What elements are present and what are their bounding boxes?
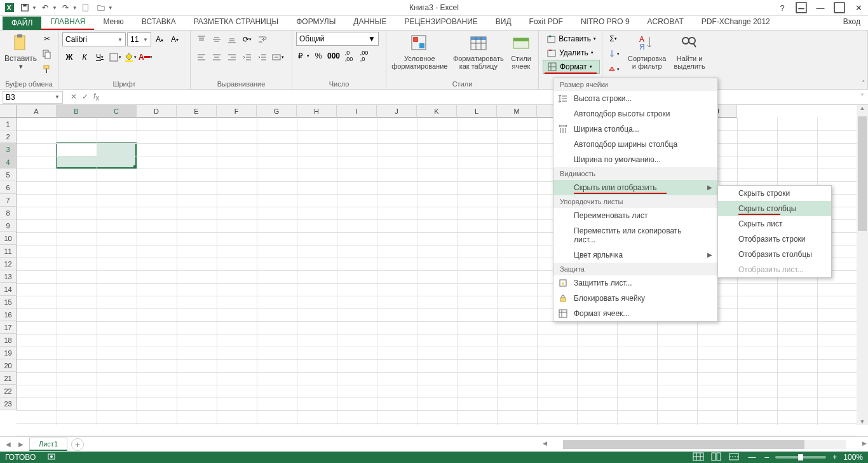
- clear-icon[interactable]: ▾: [606, 62, 620, 76]
- align-left-icon[interactable]: [194, 50, 208, 64]
- underline-button[interactable]: Ч ▾: [93, 50, 107, 64]
- autosum-icon[interactable]: Σ ▾: [606, 32, 620, 46]
- align-top-icon[interactable]: [194, 32, 208, 46]
- row-header[interactable]: 15: [0, 296, 17, 308]
- excel-icon[interactable]: X: [3, 1, 17, 15]
- row-header[interactable]: 6: [0, 181, 17, 194]
- menu-column-width[interactable]: Ширина столбца...: [553, 121, 717, 137]
- name-box[interactable]: B3▼: [3, 91, 63, 104]
- help-icon[interactable]: ?: [775, 1, 789, 15]
- row-header[interactable]: 17: [0, 321, 17, 334]
- menu-hide-unhide[interactable]: Скрыть или отобразить▶: [553, 180, 717, 195]
- sheet-prev-icon[interactable]: ◀: [3, 439, 14, 450]
- format-cells-button[interactable]: Формат ▾: [543, 60, 600, 74]
- row-header[interactable]: 14: [0, 283, 17, 296]
- italic-button[interactable]: К: [78, 50, 92, 64]
- redo-icon[interactable]: ↷: [58, 1, 72, 15]
- orientation-icon[interactable]: ⟳▾: [240, 32, 254, 46]
- zoom-slider[interactable]: [775, 456, 826, 459]
- menu-row-height[interactable]: Высота строки...: [553, 91, 717, 106]
- column-header[interactable]: E: [177, 105, 217, 118]
- menu-autofit-column-width[interactable]: Автоподбор ширины столбца: [553, 137, 717, 152]
- merge-button[interactable]: ▾: [271, 50, 285, 64]
- font-color-button[interactable]: A▾: [139, 50, 153, 64]
- column-header[interactable]: H: [297, 105, 337, 118]
- menu-rename-sheet[interactable]: Переименовать лист: [553, 208, 717, 223]
- align-middle-icon[interactable]: [210, 32, 224, 46]
- collapse-ribbon-icon[interactable]: ˄: [862, 79, 865, 88]
- number-format-combo[interactable]: Общий▼: [296, 32, 379, 46]
- row-header[interactable]: 21: [0, 372, 17, 385]
- maximize-icon[interactable]: [832, 1, 846, 15]
- align-center-icon[interactable]: [210, 50, 224, 64]
- column-header[interactable]: D: [137, 105, 177, 118]
- menu-unhide-columns[interactable]: Отобразить столбцы: [718, 247, 831, 262]
- tab-view[interactable]: ВИД: [487, 15, 520, 30]
- column-header[interactable]: K: [417, 105, 457, 118]
- tab-nitro[interactable]: NITRO PRO 9: [572, 15, 639, 30]
- column-header[interactable]: F: [217, 105, 257, 118]
- row-header[interactable]: 9: [0, 219, 17, 232]
- align-right-icon[interactable]: [225, 50, 239, 64]
- open-icon[interactable]: [94, 1, 108, 15]
- menu-tab-color[interactable]: Цвет ярлычка▶: [553, 247, 717, 263]
- font-size-combo[interactable]: 11▼: [127, 32, 151, 46]
- cancel-formula-icon[interactable]: ✕: [71, 92, 77, 101]
- bold-button[interactable]: Ж: [62, 50, 76, 64]
- save-dropdown-icon[interactable]: ▼: [32, 5, 37, 11]
- view-normal-icon[interactable]: [693, 452, 704, 463]
- close-icon[interactable]: ✕: [851, 1, 865, 15]
- menu-protect-sheet[interactable]: Защитить лист...: [553, 275, 717, 291]
- redo-dropdown-icon[interactable]: ▼: [72, 5, 78, 11]
- tab-menu[interactable]: Меню: [94, 15, 132, 30]
- menu-hide-columns[interactable]: Скрыть столбцы: [718, 201, 831, 216]
- formula-input[interactable]: [104, 91, 857, 104]
- copy-icon[interactable]: [40, 47, 54, 61]
- add-sheet-button[interactable]: +: [71, 438, 84, 451]
- tab-acrobat[interactable]: ACROBAT: [639, 15, 693, 30]
- decrease-font-icon[interactable]: A▾: [168, 32, 182, 46]
- menu-default-width[interactable]: Ширина по умолчанию...: [553, 152, 717, 167]
- row-header[interactable]: 3: [0, 143, 17, 156]
- cut-icon[interactable]: ✂: [40, 32, 54, 46]
- column-header[interactable]: J: [377, 105, 417, 118]
- zoom-slider-thumb[interactable]: [798, 454, 803, 460]
- column-header[interactable]: M: [497, 105, 537, 118]
- conditional-formatting-button[interactable]: Условное форматирование: [390, 32, 449, 71]
- tab-foxit[interactable]: Foxit PDF: [520, 15, 572, 30]
- row-header[interactable]: 1: [0, 118, 17, 130]
- tab-page-layout[interactable]: РАЗМЕТКА СТРАНИЦЫ: [185, 15, 288, 30]
- tab-pdfxchange[interactable]: PDF-XChange 2012: [693, 15, 779, 30]
- fill-icon[interactable]: ▾: [606, 47, 620, 61]
- row-header[interactable]: 23: [0, 397, 17, 410]
- tab-data[interactable]: ДАННЫЕ: [344, 15, 395, 30]
- format-as-table-button[interactable]: Форматировать как таблицу: [452, 32, 505, 71]
- wrap-text-icon[interactable]: [255, 32, 269, 46]
- decrease-decimal-icon[interactable]: ,00,0: [357, 49, 371, 63]
- sheet-tab-1[interactable]: Лист1: [29, 438, 67, 451]
- column-header[interactable]: I: [337, 105, 377, 118]
- comma-icon[interactable]: 000: [327, 49, 341, 63]
- menu-unhide-rows[interactable]: Отобразить строки: [718, 232, 831, 247]
- row-header[interactable]: 2: [0, 130, 17, 143]
- macro-record-icon[interactable]: [47, 452, 56, 463]
- save-icon[interactable]: [18, 1, 32, 15]
- menu-hide-sheet[interactable]: Скрыть лист: [718, 216, 831, 232]
- increase-font-icon[interactable]: A▴: [153, 32, 166, 46]
- menu-unhide-sheet[interactable]: Отобразить лист...: [718, 262, 831, 277]
- row-header[interactable]: 8: [0, 207, 17, 219]
- qat-customize-icon[interactable]: ▼: [108, 5, 113, 11]
- view-page-break-icon[interactable]: [728, 452, 740, 463]
- menu-autofit-row-height[interactable]: Автоподбор высоты строки: [553, 106, 717, 121]
- align-bottom-icon[interactable]: [225, 32, 239, 46]
- tab-file[interactable]: ФАЙЛ: [3, 17, 41, 30]
- menu-move-copy-sheet[interactable]: Переместить или скопировать лист...: [553, 223, 717, 247]
- new-icon[interactable]: [79, 1, 93, 15]
- menu-hide-rows[interactable]: Скрыть строки: [718, 186, 831, 201]
- tab-review[interactable]: РЕЦЕНЗИРОВАНИЕ: [395, 15, 486, 30]
- increase-decimal-icon[interactable]: ,0,00: [342, 49, 356, 63]
- tab-insert[interactable]: ВСТАВКА: [133, 15, 185, 30]
- paste-button[interactable]: Вставить▾: [4, 32, 37, 71]
- insert-cells-button[interactable]: Вставить ▾: [543, 32, 600, 46]
- format-painter-icon[interactable]: [40, 62, 54, 76]
